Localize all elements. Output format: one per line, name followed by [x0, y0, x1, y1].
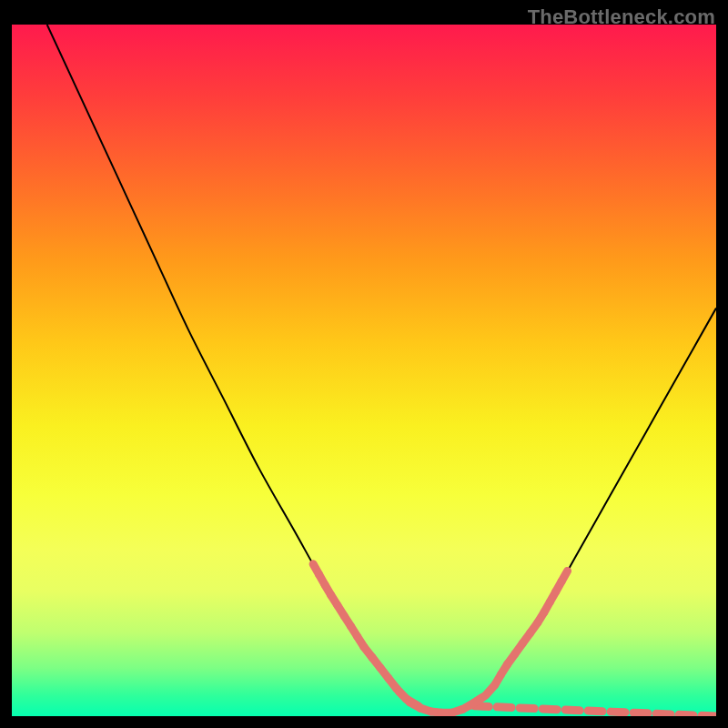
dash-segment: [702, 715, 716, 716]
dash-segment: [542, 709, 557, 710]
dash-segment: [656, 713, 671, 714]
bottleneck-curve: [47, 25, 716, 713]
plot-svg: [12, 25, 716, 716]
watermark-text: TheBottleneck.com: [528, 5, 715, 29]
dash-segment: [633, 713, 648, 713]
dash-segment: [561, 571, 567, 581]
dash-segment: [611, 712, 625, 713]
dash-segment: [679, 714, 693, 715]
dash-segment: [588, 711, 602, 712]
dash-segment: [520, 708, 534, 709]
dash-segment: [565, 710, 580, 711]
chart-area: [12, 25, 716, 716]
dash-segment: [497, 707, 511, 708]
dash-group: [313, 564, 716, 716]
